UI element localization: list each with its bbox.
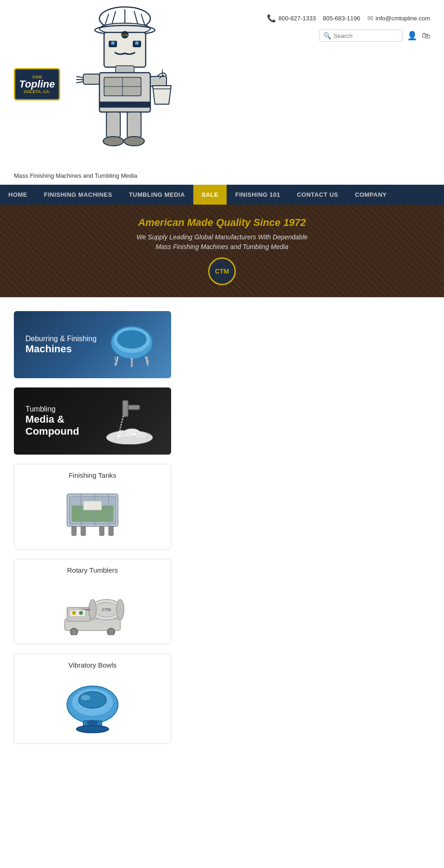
vibratory-image [56, 674, 130, 737]
deburring-card-text: Deburring & Finishing Machines [25, 335, 97, 355]
cart-icon[interactable]: 🛍 [422, 31, 430, 41]
svg-rect-52 [109, 526, 113, 536]
search-box[interactable]: 🔍 [319, 30, 402, 42]
site-desc-text: Mass Finishing Machines and Tumbling Med… [14, 172, 137, 179]
svg-rect-51 [72, 526, 76, 536]
svg-point-14 [135, 41, 139, 45]
email-item[interactable]: ✉ info@cmtopline.com [367, 14, 430, 23]
svg-rect-54 [99, 526, 104, 536]
svg-point-27 [124, 137, 144, 146]
email-address: info@cmtopline.com [376, 15, 430, 22]
deburring-title: Deburring & Finishing [25, 335, 97, 343]
products-section: Deburring & Finishing Machines Tumblin [0, 297, 444, 762]
svg-point-74 [87, 720, 98, 725]
header-right: 📞 800-827-1333 805-683-1196 ✉ info@cmtop… [267, 5, 430, 42]
phone-item-1[interactable]: 📞 800-827-1333 [267, 14, 316, 23]
email-icon: ✉ [367, 14, 373, 23]
phone-icon-1: 📞 [267, 14, 276, 23]
svg-point-30 [117, 330, 147, 349]
nav-home[interactable]: HOME [0, 185, 36, 205]
deburring-machine-icon [104, 322, 160, 368]
svg-point-66 [70, 628, 78, 635]
svg-rect-25 [127, 112, 141, 137]
contact-row: 📞 800-827-1333 805-683-1196 ✉ info@cmtop… [267, 14, 430, 23]
nav-company[interactable]: COMPANY [346, 185, 395, 205]
site-description: Mass Finishing Machines and Tumbling Med… [0, 169, 444, 185]
svg-rect-21 [83, 74, 99, 84]
rotary-title: Rotary Tumblers [67, 566, 118, 574]
product-card-tumbling[interactable]: Tumbling Media & Compound [14, 387, 171, 455]
hero-subtitle: We Supply Leading Global Manufacturers W… [136, 232, 308, 252]
svg-point-71 [81, 695, 90, 700]
tumbling-card-text: Tumbling Media & Compound [25, 405, 99, 437]
nav-finishing-machines[interactable]: FINISHING MACHINES [36, 185, 121, 205]
product-card-rotary[interactable]: Rotary Tumblers CTM [14, 559, 171, 644]
svg-rect-20 [99, 102, 150, 107]
hero-banner: American Made Quality Since 1972 We Supp… [0, 205, 444, 297]
product-card-deburring[interactable]: Deburring & Finishing Machines [14, 311, 171, 378]
mascot-illustration: CTM [74, 5, 176, 162]
tumbling-subtitle: Media & Compound [25, 413, 99, 437]
tumbling-card-image [99, 398, 160, 444]
hero-logo-text: CTM [215, 268, 229, 275]
svg-rect-15 [116, 66, 134, 73]
site-header: C&M Topline GOLETA, CA. CTM [0, 0, 444, 169]
svg-rect-24 [106, 112, 120, 137]
svg-point-73 [76, 725, 109, 733]
hero-title: American Made Quality Since 1972 [136, 217, 308, 229]
rotary-image: CTM [56, 580, 130, 637]
svg-rect-34 [123, 400, 128, 417]
svg-point-67 [107, 628, 115, 635]
product-card-tanks[interactable]: Finishing Tanks [14, 464, 171, 550]
logo-location: GOLETA, CA. [24, 89, 50, 94]
logo-brand: Topline [19, 79, 55, 89]
main-nav: HOME FINISHING MACHINES TUMBLING MEDIA S… [0, 185, 444, 205]
product-card-vibratory[interactable]: Vibratory Bowls [14, 654, 171, 744]
finishing-tank-icon [56, 485, 130, 540]
svg-rect-22 [150, 76, 166, 87]
deburring-subtitle: Machines [25, 343, 97, 355]
tumbling-media-icon [99, 398, 160, 444]
vibratory-bowl-icon [56, 674, 130, 735]
svg-point-13 [111, 41, 115, 45]
nav-contact-us[interactable]: CONTACT US [289, 185, 346, 205]
svg-point-63 [72, 611, 76, 615]
search-icon: 🔍 [323, 32, 331, 39]
search-row: 🔍 👤 🛍 [319, 30, 430, 42]
svg-point-26 [103, 137, 123, 146]
phone-number-1: 800-827-1333 [278, 15, 316, 22]
hero-content: American Made Quality Since 1972 We Supp… [136, 217, 308, 285]
svg-point-70 [79, 692, 106, 708]
rotary-tumbler-icon: CTM [56, 580, 130, 635]
nav-sale[interactable]: SALE [193, 185, 227, 205]
svg-text:CTM: CTM [102, 607, 111, 612]
nav-finishing-101[interactable]: FINISHING 101 [227, 185, 289, 205]
deburring-card-image [104, 322, 160, 368]
tanks-image [56, 485, 130, 542]
hero-logo-badge: CTM [208, 257, 236, 285]
svg-rect-50 [83, 501, 102, 510]
search-input[interactable] [333, 32, 398, 39]
svg-text:CTM: CTM [122, 34, 128, 37]
logo-area[interactable]: C&M Topline GOLETA, CA. CTM [14, 5, 176, 164]
svg-rect-62 [69, 610, 86, 617]
tumbling-title: Tumbling [25, 405, 99, 413]
site-logo[interactable]: C&M Topline GOLETA, CA. [14, 68, 60, 100]
phone-number-2: 805-683-1196 [323, 15, 360, 22]
account-icon[interactable]: 👤 [407, 31, 417, 41]
svg-point-64 [79, 611, 83, 615]
tanks-title: Finishing Tanks [68, 471, 116, 479]
svg-rect-53 [81, 526, 86, 536]
vibratory-title: Vibratory Bowls [68, 661, 117, 669]
svg-rect-35 [128, 405, 140, 410]
nav-tumbling-media[interactable]: TUMBLING MEDIA [121, 185, 193, 205]
mascot-area: CTM [74, 5, 176, 164]
svg-point-60 [117, 599, 124, 620]
phone-item-2[interactable]: 805-683-1196 [323, 15, 360, 22]
